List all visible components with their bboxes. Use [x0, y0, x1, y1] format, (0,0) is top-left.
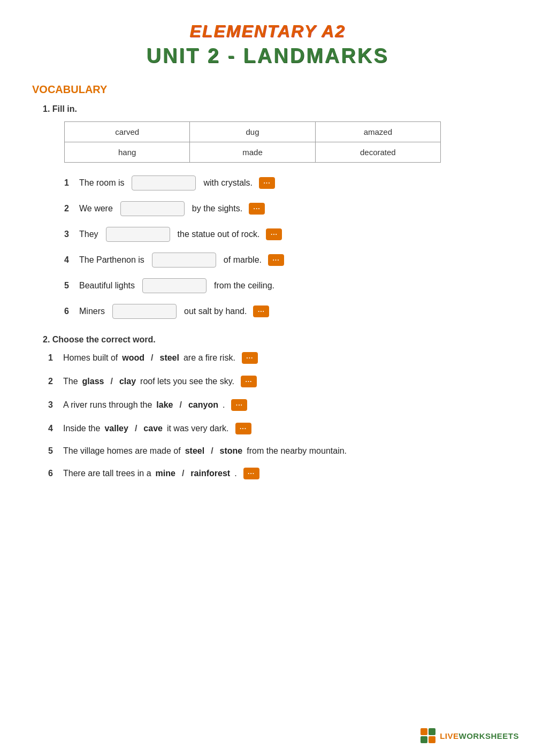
fill-blank-input[interactable]	[132, 175, 196, 190]
sentence-after-text: by the sights.	[192, 204, 242, 213]
word-slash: /	[211, 446, 213, 456]
menu-button[interactable]: ···	[231, 399, 247, 411]
word-slash: /	[179, 400, 181, 410]
sentence-after-text: from the nearby mountain.	[247, 446, 347, 456]
word-option-2[interactable]: steel	[159, 353, 179, 363]
word-cell: carved	[65, 122, 190, 142]
word-option-1[interactable]: steel	[185, 446, 204, 456]
fill-blank-input[interactable]	[142, 278, 207, 293]
word-option-1[interactable]: mine	[156, 469, 175, 478]
word-slash: /	[135, 424, 137, 433]
word-option-1[interactable]: lake	[156, 400, 173, 410]
word-table: carveddugamazedhangmadedecorated	[64, 121, 441, 163]
fill-blank-input[interactable]	[112, 304, 177, 319]
sentence-number: 4	[48, 424, 59, 433]
sentence-before-text: There are tall trees in a	[63, 469, 151, 478]
fill-in-sentences: 1The room iswith crystals.···2We wereby …	[64, 175, 503, 319]
sentence-number: 6	[48, 469, 59, 478]
word-option-1[interactable]: wood	[122, 353, 144, 363]
vocabulary-label: VOCABULARY	[32, 83, 503, 96]
sentence-after-text: from the ceiling.	[214, 281, 274, 291]
fill-in-sentence-item: 6Minersout salt by hand.···	[64, 304, 503, 319]
exercise-2-label: 2. Choose the correct word.	[43, 335, 503, 345]
menu-button[interactable]: ···	[266, 228, 282, 240]
sentence-number: 2	[48, 377, 59, 386]
word-option-1[interactable]: valley	[104, 424, 128, 433]
sentence-before-text: Beautiful lights	[79, 281, 135, 291]
word-slash: /	[111, 377, 113, 386]
sentence-before-text: They	[79, 230, 98, 239]
sentence-number: 6	[64, 307, 75, 316]
sentence-number: 4	[64, 255, 75, 265]
fill-blank-input[interactable]	[120, 201, 185, 216]
sentence-before-text: The	[63, 377, 78, 386]
sentence-number: 1	[64, 178, 75, 188]
sentence-before-text: Miners	[79, 307, 105, 316]
word-cell: hang	[65, 142, 190, 163]
menu-button[interactable]: ···	[249, 203, 265, 215]
sentence-after-text: roof lets you see the sky.	[140, 377, 234, 386]
sentence-before-text: We were	[79, 204, 113, 213]
fill-in-sentence-item: 5Beautiful lightsfrom the ceiling.	[64, 278, 503, 293]
fill-in-sentence-item: 1The room iswith crystals.···	[64, 175, 503, 190]
choose-word-item: 2The glass / clay roof lets you see the …	[48, 376, 503, 387]
sentence-number: 5	[48, 446, 59, 456]
menu-button[interactable]: ···	[242, 352, 258, 364]
choose-word-item: 4Inside the valley / cave it was very da…	[48, 423, 503, 434]
sentence-after-text: the statue out of rock.	[178, 230, 260, 239]
sentence-after-text: with crystals.	[203, 178, 253, 188]
word-option-1[interactable]: glass	[82, 377, 104, 386]
menu-button[interactable]: ···	[241, 376, 257, 387]
word-option-2[interactable]: rainforest	[190, 469, 230, 478]
menu-button[interactable]: ···	[259, 177, 275, 189]
word-option-2[interactable]: canyon	[188, 400, 218, 410]
page-title-2: UNIT 2 - LANDMARKS	[32, 44, 503, 67]
choose-word-sentences: 1Homes built of wood / steel are a fire …	[48, 352, 503, 479]
sentence-before-text: The village homes are made of	[63, 446, 181, 456]
sentence-after-text: are a fire risk.	[184, 353, 235, 363]
sentence-before-text: A river runs through the	[63, 400, 152, 410]
sentence-before-text: The room is	[79, 178, 124, 188]
sentence-number: 1	[48, 353, 59, 363]
word-option-2[interactable]: stone	[220, 446, 243, 456]
sentence-after-text: of marble.	[224, 255, 262, 265]
fill-in-sentence-item: 3Theythe statue out of rock.···	[64, 227, 503, 242]
fill-in-sentence-item: 2We wereby the sights.···	[64, 201, 503, 216]
logo-icon	[421, 728, 435, 743]
sentence-after-text: .	[234, 469, 236, 478]
word-option-2[interactable]: cave	[143, 424, 163, 433]
sentence-before-text: Inside the	[63, 424, 100, 433]
menu-button[interactable]: ···	[243, 468, 259, 479]
menu-button[interactable]: ···	[268, 254, 284, 266]
fill-in-sentence-item: 4The Parthenon isof marble.···	[64, 253, 503, 268]
sentence-number: 3	[64, 230, 75, 239]
word-option-2[interactable]: clay	[119, 377, 136, 386]
sentence-number: 2	[64, 204, 75, 213]
word-cell: decorated	[315, 142, 440, 163]
liveworksheets-logo: LIVEWORKSHEETS	[421, 728, 519, 743]
page-title-1: ELEMENTARY A2	[32, 21, 503, 41]
word-cell: dug	[190, 122, 315, 142]
menu-button[interactable]: ···	[235, 423, 251, 434]
exercise-1-label: 1. Fill in.	[43, 104, 503, 114]
sentence-number: 3	[48, 400, 59, 410]
sentence-before-text: Homes built of	[63, 353, 118, 363]
sentence-after-text: out salt by hand.	[184, 307, 247, 316]
choose-word-item: 6There are tall trees in a mine / rainfo…	[48, 468, 503, 479]
word-cell: amazed	[315, 122, 440, 142]
sentence-before-text: The Parthenon is	[79, 255, 144, 265]
word-cell: made	[190, 142, 315, 163]
fill-blank-input[interactable]	[152, 253, 216, 268]
word-slash: /	[182, 469, 184, 478]
choose-word-item: 3A river runs through the lake / canyon …	[48, 399, 503, 411]
logo-text: LIVEWORKSHEETS	[440, 731, 519, 740]
choose-word-item: 1Homes built of wood / steel are a fire …	[48, 352, 503, 364]
sentence-number: 5	[64, 281, 75, 291]
choose-word-item: 5The village homes are made of steel / s…	[48, 446, 503, 456]
fill-blank-input[interactable]	[106, 227, 170, 242]
menu-button[interactable]: ···	[253, 306, 269, 317]
word-slash: /	[151, 353, 153, 363]
sentence-after-text: it was very dark.	[167, 424, 229, 433]
sentence-after-text: .	[223, 400, 225, 410]
